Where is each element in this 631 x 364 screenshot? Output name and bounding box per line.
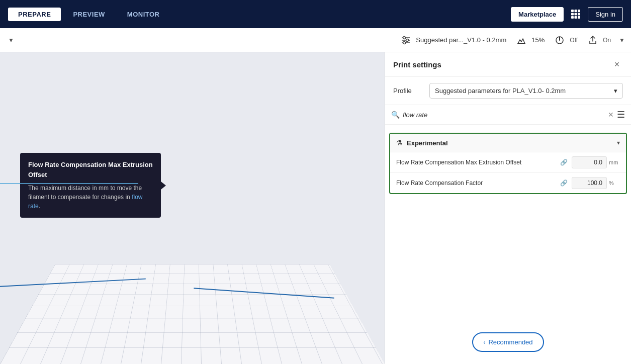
supports-off-icon [553, 33, 567, 47]
left-dropdown-arrow[interactable]: ▼ [6, 35, 16, 46]
svg-point-12 [403, 36, 406, 39]
recommended-label: Recommended [488, 338, 532, 346]
prepare-nav-button[interactable]: PREPARE [8, 8, 61, 21]
supports-value: 15% [531, 36, 545, 44]
sliders-icon [399, 33, 413, 47]
setting-value-flow-factor[interactable]: 100.0 [572, 177, 607, 189]
profile-select-chevron: ▾ [614, 87, 617, 95]
setting-value-flow-offset[interactable]: 0.0 [572, 156, 607, 168]
signin-button[interactable]: Sign in [588, 7, 623, 22]
off-section: Off [553, 33, 578, 47]
on-label: On [603, 37, 611, 44]
svg-rect-6 [571, 16, 574, 19]
tooltip-highlight: flow rate [28, 194, 142, 210]
setting-name-flow-factor: Flow Rate Compensation Factor [396, 179, 556, 187]
toolbar-chevron-down[interactable]: ▼ [619, 37, 625, 44]
svg-point-13 [406, 39, 409, 41]
profile-section: Suggested par..._V1.0 - 0.2mm [399, 33, 506, 47]
supports-section: 15% [514, 33, 545, 47]
section-header-left: ⚗ Experimental [396, 139, 448, 147]
tooltip-arrow [161, 181, 166, 190]
setting-row-flow-factor: Flow Rate Compensation Factor 🔗 100.0 % [390, 172, 626, 193]
marketplace-button[interactable]: Marketplace [511, 7, 564, 22]
on-section: On [586, 33, 611, 47]
tooltip-title: Flow Rate Compensation Max Extrusion Off… [28, 160, 153, 179]
panel-title: Print settings [393, 60, 441, 69]
search-clear-button[interactable]: ✕ [608, 111, 614, 119]
export-icon [586, 33, 600, 47]
setting-input-flow-offset: 0.0 mm [572, 156, 620, 168]
chevron-left-icon: ‹ [483, 339, 485, 346]
secondary-toolbar: ▼ Suggested par..._V1.0 - 0.2mm [0, 28, 631, 52]
search-row: 🔍 ✕ ☰ [385, 105, 631, 125]
search-icon: 🔍 [391, 111, 400, 119]
svg-rect-8 [578, 16, 580, 19]
section-header-experimental[interactable]: ⚗ Experimental ▾ [390, 134, 626, 152]
tooltip-box: Flow Rate Compensation Max Extrusion Off… [20, 153, 161, 218]
svg-rect-1 [575, 10, 577, 12]
section-title-experimental: Experimental [407, 139, 448, 147]
svg-rect-5 [578, 13, 580, 16]
main-area: Flow Rate Compensation Max Extrusion Off… [0, 52, 631, 364]
settings-content: ⚗ Experimental ▾ Flow Rate Compensation … [385, 125, 631, 320]
viewport-floor [0, 203, 385, 364]
svg-rect-4 [575, 13, 577, 16]
profile-select-text: Suggested parameters for PLA_V1.0- 0.2mm [435, 87, 566, 95]
nav-buttons: PREPARE PREVIEW MONITOR [8, 8, 170, 21]
supports-icon [514, 33, 528, 47]
svg-rect-3 [571, 13, 574, 16]
svg-rect-7 [575, 16, 577, 19]
toolbar-right: Suggested par..._V1.0 - 0.2mm 15% Off [399, 33, 625, 47]
panel-bottom: ‹ Recommended [385, 320, 631, 364]
preview-nav-button[interactable]: PREVIEW [63, 8, 115, 21]
link-icon-flow-factor[interactable]: 🔗 [560, 179, 568, 187]
experimental-section: ⚗ Experimental ▾ Flow Rate Compensation … [389, 133, 627, 194]
grid-icon[interactable] [568, 6, 584, 22]
svg-rect-0 [571, 10, 574, 12]
hamburger-button[interactable]: ☰ [617, 109, 625, 120]
setting-unit-flow-factor: % [609, 180, 620, 186]
topbar: PREPARE PREVIEW MONITOR Marketplace Sign… [0, 0, 631, 28]
viewport-blue-line-top [0, 183, 138, 184]
search-input[interactable] [403, 111, 605, 119]
profile-short-label: Suggested par..._V1.0 - 0.2mm [416, 36, 506, 44]
right-panel: Print settings × Profile Suggested param… [385, 52, 631, 364]
flask-icon: ⚗ [396, 139, 403, 147]
monitor-nav-button[interactable]: MONITOR [117, 8, 170, 21]
nav-right: Marketplace Sign in [511, 6, 623, 22]
profile-label: Profile [393, 87, 423, 95]
setting-name-flow-offset: Flow Rate Compensation Max Extrusion Off… [396, 159, 556, 166]
svg-rect-15 [517, 43, 525, 44]
recommended-button[interactable]: ‹ Recommended [472, 332, 544, 352]
profile-select[interactable]: Suggested parameters for PLA_V1.0- 0.2mm… [429, 83, 623, 99]
off-label: Off [570, 37, 578, 44]
viewport: Flow Rate Compensation Max Extrusion Off… [0, 52, 385, 364]
svg-point-14 [403, 41, 406, 44]
svg-rect-2 [578, 10, 580, 12]
toolbar-left: ▼ [6, 35, 16, 46]
setting-row-flow-offset: Flow Rate Compensation Max Extrusion Off… [390, 152, 626, 172]
close-button[interactable]: × [611, 58, 623, 70]
setting-input-flow-factor: 100.0 % [572, 177, 620, 189]
panel-header: Print settings × [385, 52, 631, 77]
setting-unit-flow-offset: mm [609, 159, 620, 165]
section-chevron-experimental: ▾ [617, 139, 620, 146]
profile-row: Profile Suggested parameters for PLA_V1.… [385, 77, 631, 105]
tooltip-body: The maximum distance in mm to move the f… [28, 184, 153, 211]
link-icon-flow-offset[interactable]: 🔗 [560, 159, 568, 166]
grid-canvas [0, 264, 385, 364]
